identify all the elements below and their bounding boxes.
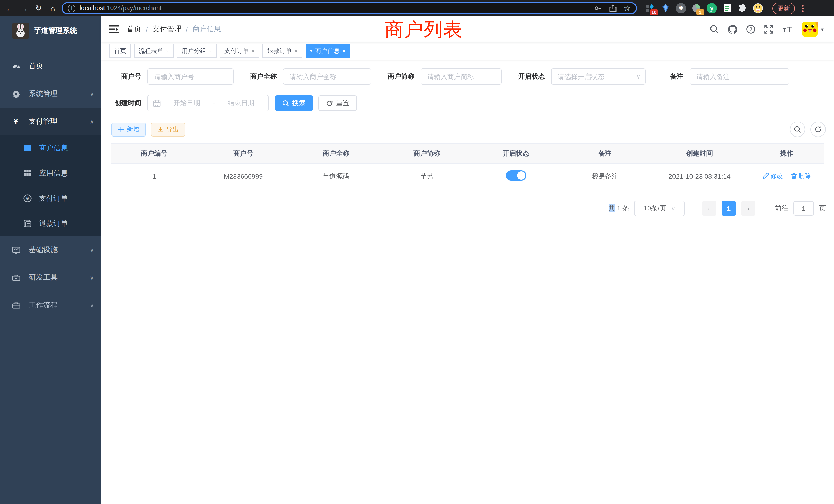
extension-gem-icon[interactable] bbox=[660, 3, 671, 13]
app-logo-row[interactable]: 芋道管理系统 bbox=[0, 17, 101, 45]
browser-menu-icon[interactable] bbox=[802, 5, 804, 12]
breadcrumb: 首页 / 支付管理 / 商户信息 bbox=[127, 25, 221, 34]
tab-close-icon[interactable]: × bbox=[342, 48, 346, 54]
tab-close-icon[interactable]: × bbox=[294, 48, 298, 54]
tab-home[interactable]: 首页 bbox=[109, 44, 131, 58]
table-header-row: 商户编号 商户号 商户全称 商户简称 开启状态 备注 创建时间 操作 bbox=[111, 143, 824, 163]
sidebar-item-refund-order[interactable]: 退款订单 bbox=[0, 211, 101, 236]
svg-text:T: T bbox=[783, 27, 786, 33]
sidebar-item-pay[interactable]: ¥ 支付管理 ∧ bbox=[0, 108, 101, 136]
tab-label: 流程表单 bbox=[139, 46, 163, 55]
refresh-table-button[interactable] bbox=[810, 122, 826, 137]
github-icon[interactable] bbox=[728, 25, 738, 34]
page-1-button[interactable]: 1 bbox=[722, 201, 736, 215]
delete-link[interactable]: 删除 bbox=[791, 172, 811, 181]
cell-remark: 我是备注 bbox=[561, 163, 650, 189]
chevron-down-icon: ∨ bbox=[90, 302, 94, 309]
breadcrumb-item[interactable]: 支付管理 bbox=[153, 25, 181, 34]
extension-strip: 10 ⌘ 1 y bbox=[645, 3, 763, 13]
sidebar-item-app-info[interactable]: 应用信息 bbox=[0, 161, 101, 186]
tab-pay-order[interactable]: 支付订单× bbox=[220, 44, 260, 58]
yen-circle-icon: ¥ bbox=[23, 194, 32, 203]
cell-actions: 修改 删除 bbox=[749, 163, 824, 189]
tab-process-form[interactable]: 流程表单× bbox=[134, 44, 174, 58]
table-grid-icon bbox=[23, 169, 32, 178]
start-date-placeholder[interactable]: 开始日期 bbox=[165, 98, 209, 108]
site-info-icon[interactable]: i bbox=[68, 4, 75, 12]
total-count-highlight: 共 bbox=[608, 204, 615, 212]
bookmark-star-icon[interactable]: ☆ bbox=[624, 4, 631, 13]
next-page-button[interactable]: › bbox=[741, 201, 755, 215]
reset-button[interactable]: 重置 bbox=[319, 95, 357, 111]
help-icon[interactable]: ? bbox=[746, 25, 755, 34]
goto-label: 前往 bbox=[775, 204, 788, 213]
merchant-no-input[interactable] bbox=[147, 68, 234, 85]
col-short-name: 商户简称 bbox=[382, 143, 471, 163]
end-date-placeholder[interactable]: 结束日期 bbox=[219, 98, 263, 108]
share-icon[interactable] bbox=[609, 4, 616, 12]
sidebar: 芋道管理系统 首页 系统管理 ∨ ¥ bbox=[0, 17, 101, 504]
browser-profile-avatar[interactable] bbox=[753, 3, 763, 13]
status-toggle-on[interactable] bbox=[506, 170, 526, 181]
goto-page-input[interactable] bbox=[793, 201, 814, 215]
password-key-icon[interactable] bbox=[593, 4, 601, 12]
extension-timer-icon[interactable]: 1 bbox=[691, 3, 702, 13]
sidebar-item-pay-order[interactable]: ¥ 支付订单 bbox=[0, 186, 101, 211]
toggle-search-button[interactable] bbox=[790, 122, 805, 137]
font-size-icon[interactable]: TT bbox=[782, 25, 793, 34]
browser-back-button[interactable]: ← bbox=[4, 4, 16, 13]
full-name-input[interactable] bbox=[283, 68, 371, 85]
sidebar-collapse-icon[interactable] bbox=[109, 25, 118, 33]
tab-close-icon[interactable]: × bbox=[209, 48, 212, 54]
remark-input[interactable] bbox=[690, 68, 789, 85]
search-button[interactable]: 搜索 bbox=[275, 95, 313, 111]
browser-reload-button[interactable]: ↻ bbox=[33, 4, 44, 13]
sidebar-item-system[interactable]: 系统管理 ∨ bbox=[0, 80, 101, 108]
sidebar-item-workflow[interactable]: 工作流程 ∨ bbox=[0, 292, 101, 319]
address-bar[interactable]: i localhost:1024/pay/merchant ☆ bbox=[62, 2, 637, 14]
tab-user-group[interactable]: 用户分组× bbox=[177, 44, 217, 58]
extension-command-icon[interactable]: ⌘ bbox=[676, 3, 686, 13]
documents-icon bbox=[23, 219, 32, 228]
sidebar-item-merchant-info[interactable]: 商户信息 bbox=[0, 136, 101, 161]
extension-blocks-icon[interactable]: 10 bbox=[645, 3, 655, 13]
tab-close-icon[interactable]: × bbox=[251, 48, 255, 54]
plus-icon bbox=[118, 127, 124, 132]
browser-home-button[interactable]: ⌂ bbox=[47, 4, 59, 13]
status-select[interactable]: ∨ bbox=[551, 68, 645, 85]
chevron-down-icon: ∨ bbox=[90, 274, 94, 281]
export-button[interactable]: 导出 bbox=[151, 122, 185, 136]
cell-short-name: 芋艿 bbox=[382, 163, 471, 189]
user-avatar-menu[interactable]: ▾ bbox=[802, 22, 824, 37]
extensions-puzzle-icon[interactable] bbox=[738, 3, 748, 13]
fullscreen-icon[interactable] bbox=[764, 25, 773, 34]
created-daterange-picker[interactable]: 开始日期 - 结束日期 bbox=[147, 95, 269, 111]
prev-page-button[interactable]: ‹ bbox=[702, 201, 717, 215]
breadcrumb-item[interactable]: 首页 bbox=[127, 25, 141, 34]
total-count: 共 1 条 bbox=[608, 204, 629, 213]
tab-label: 商户信息 bbox=[315, 46, 340, 55]
select-chevron-down-icon: ∨ bbox=[636, 73, 640, 80]
url-text[interactable]: localhost:1024/pay/merchant bbox=[80, 5, 589, 12]
tab-merchant-info[interactable]: ●商户信息× bbox=[306, 44, 351, 58]
edit-link[interactable]: 修改 bbox=[763, 172, 783, 181]
extension-sheet-icon[interactable] bbox=[722, 3, 732, 13]
breadcrumb-separator: / bbox=[186, 25, 188, 33]
extension-yapi-icon[interactable]: y bbox=[707, 3, 717, 13]
tab-refund-order[interactable]: 退款订单× bbox=[263, 44, 303, 58]
page-size-select[interactable]: 10条/页 ∨ bbox=[634, 201, 684, 216]
sidebar-item-label: 研发工具 bbox=[29, 273, 82, 282]
sidebar-item-devtools[interactable]: 研发工具 ∨ bbox=[0, 264, 101, 292]
search-icon[interactable] bbox=[710, 25, 719, 34]
browser-update-button[interactable]: 更新 bbox=[772, 2, 795, 14]
sidebar-item-infra[interactable]: 基础设施 ∨ bbox=[0, 236, 101, 264]
edit-link-label: 修改 bbox=[771, 172, 783, 181]
tab-close-icon[interactable]: × bbox=[166, 48, 169, 54]
sidebar-item-home[interactable]: 首页 bbox=[0, 52, 101, 80]
short-name-input[interactable] bbox=[421, 68, 502, 85]
search-icon bbox=[794, 126, 801, 133]
add-button[interactable]: 新增 bbox=[111, 122, 146, 136]
browser-forward-button[interactable]: → bbox=[19, 4, 30, 13]
status-label: 开启状态 bbox=[518, 72, 545, 81]
status-select-input[interactable] bbox=[551, 68, 645, 85]
